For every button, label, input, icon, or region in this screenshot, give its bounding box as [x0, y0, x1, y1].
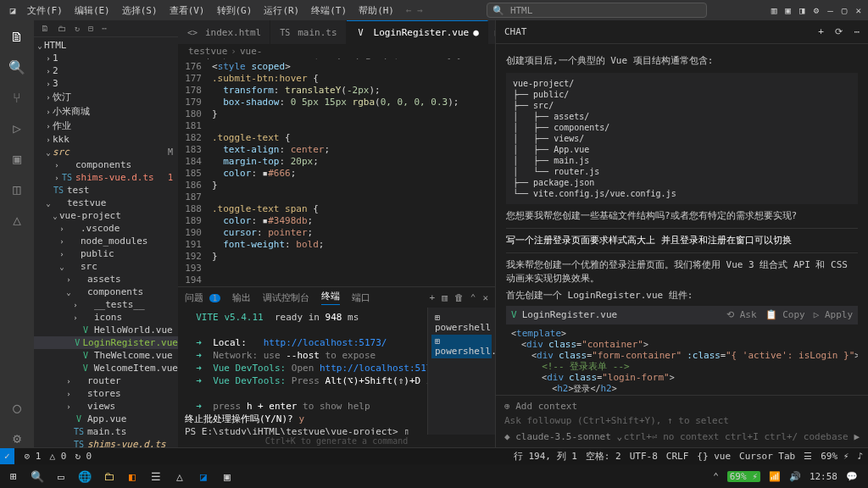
tree-item[interactable]: ›作业 [34, 119, 178, 133]
tree-item[interactable]: TSshims-vue.d.ts [34, 438, 178, 447]
tray-up-icon[interactable]: ⌃ [713, 471, 719, 482]
status-item[interactable]: ⊘ 1 [25, 451, 42, 462]
menu-item[interactable]: 查看(V) [164, 3, 210, 19]
status-item[interactable]: 行 194, 列 1 [514, 450, 577, 463]
app-icon[interactable]: △ [170, 467, 190, 485]
menu-item[interactable]: 编辑(E) [70, 3, 115, 19]
tree-item[interactable]: ›views [34, 400, 178, 413]
task-view-icon[interactable]: ▭ [51, 467, 71, 485]
code-editor[interactable]: 176<style scoped>177.submit-btn:hover {1… [178, 59, 495, 286]
status-item[interactable]: 69% ⚡ [821, 451, 849, 462]
tree-item[interactable]: ›router [34, 374, 178, 387]
editor-tab[interactable]: VLoginRegister.vue ● [347, 20, 488, 44]
tree-item[interactable]: ›小米商城 [34, 104, 178, 119]
code-action[interactable]: 📋 Copy [765, 308, 805, 322]
tree-item[interactable]: VHelloWorld.vue [34, 324, 178, 336]
test-icon[interactable]: △ [8, 210, 26, 229]
tree-item[interactable]: ›assets [34, 273, 178, 286]
menu-item[interactable]: 终端(T) [306, 3, 352, 19]
tree-item[interactable]: ›饮汀 [34, 90, 178, 104]
tree-item[interactable]: VLoginRegister.vue [34, 336, 178, 349]
more-icon[interactable]: ⋯ [102, 24, 107, 33]
minimize-icon[interactable]: — [827, 5, 833, 16]
tree-item[interactable]: ⌄src [34, 260, 178, 273]
terminal-tab[interactable]: 输出 [232, 291, 251, 304]
tree-item[interactable]: VApp.vue [34, 413, 178, 425]
tree-item[interactable]: TStest [34, 184, 178, 197]
edge-icon[interactable]: 🌐 [75, 467, 95, 485]
extensions-icon[interactable]: ▣ [8, 149, 26, 168]
tree-item[interactable]: ›public [34, 247, 178, 260]
tree-item[interactable]: ›__tests__ [34, 298, 178, 311]
tree-item[interactable]: ›.vscode [34, 222, 178, 235]
tree-root[interactable]: ⌄HTML [34, 39, 178, 52]
settings-icon[interactable]: ⚙ [814, 5, 820, 16]
terminal-split-icon[interactable]: ▥ [442, 292, 448, 303]
tree-item[interactable]: ›kkk [34, 133, 178, 146]
sound-icon[interactable]: 🔊 [789, 471, 801, 482]
editor-tab[interactable]: TSmain.ts [270, 20, 346, 44]
app-icon[interactable]: ☰ [146, 467, 166, 485]
terminal-tab[interactable]: 问题 1 [185, 291, 220, 304]
terminal-tab[interactable]: ⊞ powershell... [431, 335, 492, 358]
tree-item[interactable]: ⌄components [34, 286, 178, 298]
terminal-close-icon[interactable]: ✕ [482, 292, 488, 303]
terminal-add-icon[interactable]: + [430, 292, 436, 303]
editor-tab[interactable]: <>index.html [178, 20, 270, 44]
status-item[interactable]: UTF-8 [630, 451, 658, 462]
start-icon[interactable]: ⊞ [3, 467, 24, 485]
tree-item[interactable]: VTheWelcome.vue [34, 349, 178, 362]
status-item[interactable]: △ 0 [50, 451, 67, 462]
code-action[interactable]: ▷ Apply [814, 308, 853, 322]
app-icon[interactable]: ◧ [122, 467, 142, 485]
chat-more-icon[interactable]: ⋯ [854, 26, 860, 37]
tree-item[interactable]: ⌄testvue [34, 197, 178, 209]
source-control-icon[interactable]: ⑂ [8, 88, 26, 107]
search-icon[interactable]: 🔍 [8, 58, 26, 76]
explorer-icon[interactable]: 🗀 [98, 467, 119, 485]
menu-item[interactable]: 转到(G) [212, 3, 258, 19]
status-item[interactable]: CRLF [666, 451, 689, 462]
remote-indicator[interactable]: ✓ [0, 448, 14, 465]
chat-input[interactable]: ⊕ Add context Ask followup (Ctrl+Shift+Y… [496, 395, 868, 447]
tree-item[interactable]: ›components [34, 158, 178, 171]
refresh-icon[interactable]: ↻ [75, 24, 80, 33]
notification-icon[interactable]: 💬 [846, 471, 858, 482]
terminal-up-icon[interactable]: ⌃ [470, 292, 476, 303]
terminal-icon[interactable]: ▣ [217, 467, 237, 485]
new-folder-icon[interactable]: 🗀 [58, 24, 66, 33]
gear-icon[interactable]: ⚙ [8, 429, 26, 447]
explorer-icon[interactable]: 🗎 [8, 27, 26, 46]
run-icon[interactable]: ▷ [8, 119, 26, 137]
status-item[interactable]: 空格: 2 [586, 450, 621, 463]
status-item[interactable]: ↻ 0 [75, 451, 92, 462]
tree-item[interactable]: TSmain.ts [34, 425, 178, 438]
terminal-trash-icon[interactable]: 🗑 [454, 292, 464, 303]
terminal-tab[interactable]: ⊞ powershell [431, 311, 492, 335]
tree-item[interactable]: ›node_modules [34, 235, 178, 247]
menu-item[interactable]: 帮助(H) [353, 3, 399, 19]
close-icon[interactable]: ✕ [855, 5, 861, 16]
tree-item[interactable]: ›stores [34, 387, 178, 400]
layout-panel-icon[interactable]: ▣ [785, 5, 791, 16]
vscode-icon[interactable]: ◪ [193, 467, 214, 485]
status-item[interactable]: Cursor Tab [739, 451, 795, 462]
status-item[interactable]: ☰ [804, 451, 812, 462]
chat-history-icon[interactable]: ⟳ [835, 26, 843, 37]
wifi-icon[interactable]: 📶 [769, 471, 781, 482]
breadcrumb[interactable]: testvue›vue-project›src›components›Login… [178, 44, 495, 59]
terminal-output[interactable]: VITE v5.4.11 ready in 948 ms ➜ Local: ht… [178, 308, 427, 435]
code-action[interactable]: ⟲ Ask [726, 308, 757, 322]
account-icon[interactable]: ◯ [8, 398, 26, 417]
terminal-tab[interactable]: 调试控制台 [263, 291, 309, 304]
tree-item[interactable]: ›1 [34, 52, 178, 64]
tree-item[interactable]: ⌄vue-project [34, 209, 178, 222]
chat-new-icon[interactable]: + [818, 26, 824, 37]
menu-item[interactable]: 文件(F) [22, 3, 68, 19]
layout-side-icon[interactable]: ◨ [799, 5, 805, 16]
collapse-icon[interactable]: ⊟ [88, 24, 93, 33]
clock[interactable]: 12:58 [810, 471, 837, 482]
tree-item[interactable]: ›icons [34, 311, 178, 324]
menu-item[interactable]: 选择(S) [117, 3, 163, 19]
status-item[interactable]: {} vue [697, 451, 731, 462]
